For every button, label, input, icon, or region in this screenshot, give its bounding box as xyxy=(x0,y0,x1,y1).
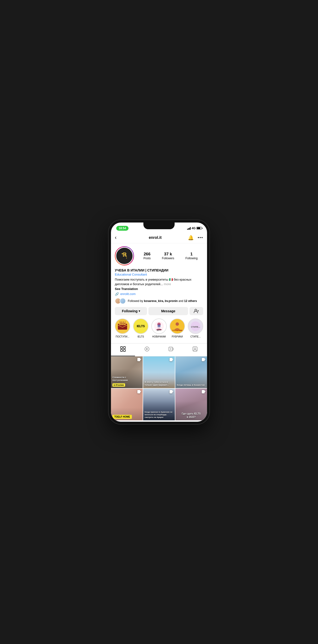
svg-rect-28 xyxy=(172,348,173,350)
bio-category[interactable]: Educational Consultant xyxy=(115,273,203,276)
highlight-label-3: НОВИЧКАМ xyxy=(152,335,166,338)
more-options-icon[interactable]: ••• xyxy=(198,236,203,240)
highlight-circle-5: СТИПЕ... xyxy=(188,318,203,334)
svg-marker-26 xyxy=(146,348,148,350)
stat-followers[interactable]: 37 k Followers xyxy=(162,252,174,260)
post-item[interactable]: Когда приехал в Армению не кататься на с… xyxy=(143,388,175,420)
add-friend-button[interactable] xyxy=(189,307,203,315)
status-time: 18:54 xyxy=(116,226,129,231)
tab-tagged[interactable] xyxy=(183,344,207,356)
video-icon xyxy=(170,358,173,362)
post-item[interactable]: Сложности с поступлением в Италию xyxy=(111,356,143,388)
highlight-circle-4: !!! РУБРИКИ xyxy=(170,318,185,334)
avatar-wrapper[interactable]: ℝ xyxy=(115,246,134,266)
link-icon: 🔗 xyxy=(115,292,119,296)
svg-text:СТИПЕ...: СТИПЕ... xyxy=(191,326,200,328)
svg-text:ℝ: ℝ xyxy=(123,252,127,258)
svg-text:НОВЕНЬ: НОВЕНЬ xyxy=(155,325,163,327)
highlight-item[interactable]: !!! РУБРИКИ РУБРИКИ xyxy=(170,318,185,338)
svg-rect-22 xyxy=(123,346,125,348)
post-item[interactable]: TOELF HOME xyxy=(111,388,143,420)
video-icon xyxy=(202,358,206,362)
following-button[interactable]: Following ▾ xyxy=(115,307,147,315)
message-button[interactable]: Message xyxy=(148,307,188,315)
reels-icon xyxy=(144,346,150,353)
highlight-circle-1: 23/24 23/24 xyxy=(115,318,130,334)
video-icon xyxy=(137,358,141,362)
profile-header: ℝ 266 Posts 37 k Followers xyxy=(115,246,203,266)
nav-title: enrol.it xyxy=(123,236,188,240)
highlight-item[interactable]: 23/24 23/24 ПОСТУПИ... xyxy=(115,318,130,338)
follower-avatars xyxy=(115,298,126,304)
post-text-2: В 2023 у тебя остался только один вариан… xyxy=(145,381,173,386)
video-icon xyxy=(170,390,173,394)
svg-point-4 xyxy=(195,309,197,311)
highlight-label-4: РУБРИКИ xyxy=(172,335,183,338)
grid-icon xyxy=(120,346,126,353)
igtv-icon xyxy=(168,346,174,353)
bio-text: Помогаем поступать в университеты 🇮🇹 без… xyxy=(115,277,203,286)
tab-bar xyxy=(111,343,207,356)
see-translation[interactable]: See Translation xyxy=(115,287,203,291)
highlight-label-5: СТИПЕ... xyxy=(190,335,201,338)
phone-frame: 18:54 4G ‹ enrol.it 🔔 ••• xyxy=(109,220,209,424)
tab-reels[interactable] xyxy=(135,344,159,356)
highlight-item[interactable]: СТИПЕ... СТИПЕ... xyxy=(188,318,203,338)
svg-text:ДЛЯ: ДЛЯ xyxy=(157,329,161,331)
profile-section: ℝ 266 Posts 37 k Followers xyxy=(111,244,207,343)
stats-row: 266 Posts 37 k Followers 1 Following xyxy=(138,252,203,260)
svg-line-29 xyxy=(170,348,171,349)
avatar: ℝ xyxy=(116,247,133,265)
svg-point-32 xyxy=(194,348,196,350)
post-item[interactable]: Когда летишь в Казахстан xyxy=(175,356,207,388)
battery-icon xyxy=(196,227,202,230)
signal-icon xyxy=(187,227,191,230)
bio-more-link[interactable]: more xyxy=(164,282,171,286)
posts-count: 266 xyxy=(144,252,150,256)
tab-grid[interactable] xyxy=(111,344,135,356)
post-text-5: Когда приехал в Армению не кататься на с… xyxy=(145,411,173,419)
highlight-label-1: ПОСТУПИ... xyxy=(116,335,129,338)
following-count: 1 xyxy=(190,252,193,256)
notification-icon[interactable]: 🔔 xyxy=(188,235,194,240)
action-buttons: Following ▾ Message xyxy=(115,307,203,315)
highlight-circle-2: IELTS xyxy=(133,318,148,334)
back-button[interactable]: ‹ xyxy=(115,234,123,241)
post-text-1: Сложности с поступлением xyxy=(112,376,141,382)
screen-content[interactable]: ‹ enrol.it 🔔 ••• ℝ xyxy=(111,232,207,422)
svg-text:23/24: 23/24 xyxy=(119,322,125,325)
follower-avatar-2 xyxy=(120,298,126,304)
svg-rect-23 xyxy=(121,350,123,352)
post-text-3: Когда летишь в Казахстан xyxy=(177,384,206,387)
video-icon xyxy=(137,390,141,394)
highlights-row: 23/24 23/24 ПОСТУПИ... IELTS IELTS xyxy=(111,318,207,340)
followed-by: Followed by kosareva_kira, bv.pronin and… xyxy=(115,298,203,304)
post-item[interactable]: В 2023 у тебя остался только один вариан… xyxy=(143,356,175,388)
add-person-icon xyxy=(194,309,199,313)
stat-posts[interactable]: 266 Posts xyxy=(143,252,151,260)
highlight-label-2: IELTS xyxy=(137,335,144,338)
display-name: УЧЕБА В ИТАЛИИ | СТИПЕНДИИ xyxy=(115,268,203,272)
following-label: Following xyxy=(185,256,198,260)
nav-bar: ‹ enrol.it 🔔 ••• xyxy=(111,232,207,244)
stat-following[interactable]: 1 Following xyxy=(185,252,198,260)
svg-text:!!! РУБРИКИ: !!! РУБРИКИ xyxy=(172,330,182,331)
posts-grid: Сложности с поступлением в Италию В 2023… xyxy=(111,356,207,420)
tagged-icon xyxy=(192,346,198,353)
highlight-item[interactable]: ДЛЯ НОВЕНЬ НОВИЧКАМ xyxy=(151,318,167,338)
followed-by-text: Followed by kosareva_kira, bv.pronin and… xyxy=(128,299,197,303)
website-url: enrolit.com xyxy=(120,292,136,296)
svg-rect-24 xyxy=(123,350,125,352)
tab-igtv[interactable] xyxy=(159,344,183,356)
chevron-down-icon: ▾ xyxy=(139,310,140,313)
notch xyxy=(143,222,175,229)
svg-rect-27 xyxy=(169,347,172,351)
post-text-6: Где сдать IELTSв 2023? xyxy=(177,412,206,419)
svg-line-30 xyxy=(170,349,171,350)
svg-point-3 xyxy=(126,258,127,258)
svg-point-17 xyxy=(176,322,179,326)
followers-count: 37 k xyxy=(164,252,172,256)
website-link[interactable]: 🔗 enrolit.com xyxy=(115,292,203,296)
post-item[interactable]: Где сдать IELTSв 2023? xyxy=(175,388,207,420)
highlight-item[interactable]: IELTS IELTS xyxy=(133,318,148,338)
